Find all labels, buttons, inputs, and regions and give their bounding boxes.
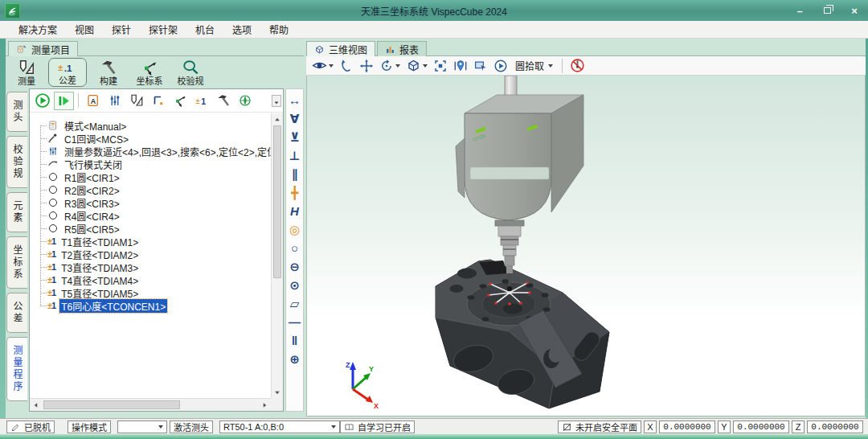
tab-report[interactable]: 报表 xyxy=(377,41,427,56)
hammer-icon xyxy=(216,93,231,108)
edit-text-button[interactable] xyxy=(83,92,103,110)
side-tab-probe[interactable]: 测头 xyxy=(6,92,27,132)
tree-item[interactable]: R4圆<CIR4> xyxy=(30,209,271,222)
rotate-view-button[interactable] xyxy=(379,59,400,73)
tree-item[interactable]: 测量参数逼近<4>,回退<3>,搜索<6>,定位<2>,定位加<2>,测 xyxy=(30,145,271,158)
gdt-position-circle-icon[interactable]: ⊕ xyxy=(286,350,303,368)
scroll-up-button[interactable] xyxy=(272,113,283,125)
axis-triad: Z Y X xyxy=(346,361,379,410)
construct-button[interactable] xyxy=(213,92,233,110)
viewport-3d[interactable]: TZTEK Z Y X xyxy=(306,76,866,416)
scrollbar-thumb[interactable] xyxy=(43,400,180,409)
active-probe-dropdown[interactable]: RT50-1 A:0,B:0 xyxy=(219,421,340,433)
tree-item[interactable]: R5圆<CIR5> xyxy=(30,222,271,235)
side-tab-gauge[interactable]: 校验规 xyxy=(6,136,27,188)
menu-item-solution[interactable]: 解决方案 xyxy=(10,21,66,38)
visibility-button[interactable] xyxy=(312,58,334,73)
orbit-button[interactable] xyxy=(339,59,354,73)
side-tab-program[interactable]: 测量程序 xyxy=(6,337,27,401)
side-tab-coordinate[interactable]: 坐标系 xyxy=(6,236,27,289)
scroll-right-button[interactable] xyxy=(259,399,271,411)
minimize-button[interactable]: – xyxy=(792,3,807,18)
ribbon-coordinate-button[interactable]: 坐标系 xyxy=(130,58,169,87)
tree-item-selected[interactable]: ±1T6同心度<TCONCEN1> xyxy=(30,299,271,312)
scroll-left-button[interactable] xyxy=(30,399,42,411)
side-tab-label: 元素 xyxy=(10,200,24,224)
menu-item-options[interactable]: 选项 xyxy=(223,21,260,38)
probe-head: TZTEK xyxy=(456,76,583,291)
ribbon-measure-button[interactable]: 测量 xyxy=(7,58,46,87)
operation-mode-dropdown[interactable] xyxy=(117,421,167,433)
tab-3d-view[interactable]: 三维视图 xyxy=(306,41,375,56)
tree-horizontal-scrollbar[interactable] xyxy=(30,398,271,411)
tree-item[interactable]: R1圆<CIR1> xyxy=(30,170,271,183)
side-tab-elements[interactable]: 元素 xyxy=(6,192,27,232)
tree-vertical-scrollbar[interactable] xyxy=(271,113,283,398)
tree-item[interactable]: ±1T3直径<TDIAM3> xyxy=(30,261,271,273)
ribbon-gauge-button[interactable]: 校验规 xyxy=(171,58,210,87)
tree-item[interactable]: ±1T5直径<TDIAM5> xyxy=(30,286,271,299)
close-button[interactable]: × xyxy=(847,3,862,18)
tree-item[interactable]: 飞行模式关闭 xyxy=(30,158,271,170)
gdt-runout-icon[interactable]: ⊙ xyxy=(286,276,303,294)
gdt-straightness-icon[interactable]: — xyxy=(286,313,303,331)
probe-disable-button[interactable] xyxy=(570,58,585,73)
menu-item-probe[interactable]: 探针 xyxy=(103,21,140,38)
window-select-button[interactable] xyxy=(473,59,488,73)
gdt-perpendicularity-icon[interactable]: ⊥ xyxy=(286,146,303,165)
ribbon-construct-button[interactable]: 构建 xyxy=(89,58,128,87)
no-probe-icon xyxy=(570,58,585,73)
toolbar-overflow-button[interactable] xyxy=(272,95,281,107)
tree-item[interactable]: C1回调<MCS> xyxy=(30,132,271,145)
gdt-angle-between-icon[interactable]: ⊻ xyxy=(286,128,303,146)
chevron-down-icon xyxy=(158,425,163,429)
side-tab-tolerance[interactable]: 公差 xyxy=(6,293,27,333)
compass-icon xyxy=(238,93,252,108)
measure-element-button[interactable] xyxy=(126,92,146,110)
measure-params-button[interactable] xyxy=(104,92,125,110)
step-run-button[interactable] xyxy=(54,92,74,110)
tree-item[interactable]: ±1T1直径<TDIAM1> xyxy=(30,235,271,248)
plus-minus-one-icon xyxy=(194,93,209,108)
ribbon-gauge-label: 校验规 xyxy=(178,76,204,86)
gdt-angle-icon[interactable]: ∀ xyxy=(286,109,303,128)
gdt-position-icon[interactable]: ╋ xyxy=(286,183,303,202)
run-button[interactable] xyxy=(32,92,52,110)
pick-mode-dropdown[interactable]: 圆拾取 xyxy=(514,59,555,72)
tolerance-button[interactable] xyxy=(191,92,211,110)
tree-item[interactable]: ±1T4直径<TDIAM4> xyxy=(30,273,271,286)
view-cube-button[interactable] xyxy=(406,58,428,73)
gdt-diameter-icon[interactable]: ⊖ xyxy=(286,257,303,276)
pan-button[interactable] xyxy=(359,59,374,73)
tree-item[interactable]: R3圆<CIR3> xyxy=(30,196,271,209)
menu-item-machine[interactable]: 机台 xyxy=(186,21,223,38)
auto-run-button[interactable] xyxy=(493,59,508,73)
restore-button[interactable] xyxy=(820,3,834,18)
view-toolbar: 圆拾取 xyxy=(306,56,866,76)
tree-item[interactable]: 模式<Manual> xyxy=(30,119,271,132)
tree-item-label: R5圆<CIR5> xyxy=(63,222,121,236)
gdt-parallel-lines-icon[interactable]: ‖ xyxy=(286,331,303,350)
scroll-down-button[interactable] xyxy=(272,387,283,398)
gdt-parallelism-icon[interactable]: ∥ xyxy=(286,165,303,183)
gdt-roundness-icon[interactable]: ○ xyxy=(286,239,303,257)
tree-item[interactable]: R2圆<CIR2> xyxy=(30,183,271,196)
scrollbar-thumb[interactable] xyxy=(273,125,281,278)
fit-view-button[interactable] xyxy=(433,59,448,73)
gdt-flatness-icon[interactable]: ▱ xyxy=(286,294,303,313)
tree-item[interactable]: ±1T2直径<TDIAM2> xyxy=(30,248,271,261)
gdt-concentricity-icon[interactable]: ◎ xyxy=(286,220,303,239)
ribbon-tolerance-button[interactable]: 公差 xyxy=(48,58,87,87)
tab-measure-project[interactable]: 测量项目 xyxy=(8,41,78,56)
gdt-distance-icon[interactable]: ↔ xyxy=(286,91,303,109)
side-tab-label: 测头 xyxy=(10,100,24,124)
corner-point-button[interactable] xyxy=(148,92,168,110)
coordinate-button[interactable] xyxy=(170,92,190,110)
gdt-profile-icon[interactable]: H xyxy=(286,202,303,220)
self-learn-status: 自学习已开启 xyxy=(340,421,415,433)
navigate-button[interactable] xyxy=(235,92,255,110)
menu-item-view[interactable]: 视图 xyxy=(66,21,103,38)
menu-item-probe-rack[interactable]: 探针架 xyxy=(140,21,186,38)
menu-item-help[interactable]: 帮助 xyxy=(260,21,297,38)
locate-button[interactable] xyxy=(453,59,468,73)
